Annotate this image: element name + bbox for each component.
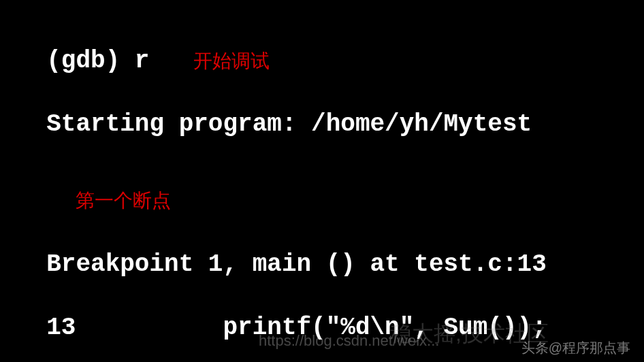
- annotation-line-1: 第一个断点: [17, 153, 627, 217]
- starting-program-text: Starting program: /home/yh/Mytest: [46, 110, 532, 138]
- gdb-prompt-run: (gdb) r: [46, 47, 149, 75]
- breakpoint-1-text: Breakpoint 1, main () at test.c:13: [46, 250, 547, 278]
- terminal-line-1: (gdb) r 开始调试: [17, 14, 627, 78]
- terminal-blank-line: [17, 141, 627, 153]
- annotation-first-breakpoint: 第一个断点: [76, 190, 171, 211]
- terminal-line-2: Starting program: /home/yh/Mytest: [17, 78, 627, 142]
- annotation-start-debug: 开始调试: [193, 50, 270, 71]
- watermark-source: 头条@程序那点事: [521, 339, 630, 357]
- terminal-line-4: Breakpoint 1, main () at test.c:13: [17, 217, 627, 281]
